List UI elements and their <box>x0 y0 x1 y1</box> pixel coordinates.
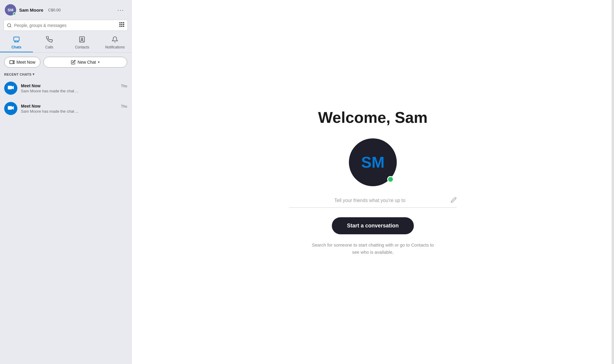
svg-line-1 <box>10 26 11 27</box>
user-avatar-large: SM <box>349 138 397 186</box>
svg-marker-19 <box>12 106 14 110</box>
svg-rect-3 <box>121 22 122 23</box>
tab-calls[interactable]: Calls <box>33 33 66 52</box>
start-conversation-label: Start a conversation <box>347 223 399 229</box>
edit-status-button[interactable] <box>451 197 457 204</box>
avatar: SM <box>5 4 16 16</box>
svg-marker-17 <box>12 86 14 89</box>
video-camera-icon <box>7 85 14 92</box>
svg-rect-7 <box>123 24 124 25</box>
svg-rect-6 <box>121 24 122 25</box>
chevron-down-icon: ▾ <box>98 60 100 64</box>
chat-avatar-1 <box>4 102 17 115</box>
svg-rect-10 <box>123 26 124 27</box>
tab-chats[interactable]: Chats <box>0 33 33 52</box>
chat-name-1: Meet Now <box>21 104 40 108</box>
avatar-initials: SM <box>361 153 384 171</box>
grid-menu-button[interactable] <box>119 22 124 29</box>
svg-rect-11 <box>14 37 19 41</box>
start-conversation-button[interactable]: Start a conversation <box>332 217 414 234</box>
search-bar <box>4 20 128 31</box>
tab-notifications-label: Notifications <box>105 45 124 49</box>
meet-now-button[interactable]: Meet Now <box>4 57 40 68</box>
scrollbar[interactable] <box>612 0 614 364</box>
chevron-down-icon: ▾ <box>33 72 35 76</box>
svg-rect-2 <box>119 22 121 23</box>
svg-rect-16 <box>8 86 12 89</box>
chat-time-0: Thu <box>121 84 127 88</box>
search-input[interactable] <box>14 23 117 28</box>
chat-info-0: Meet Now Thu Sam Moore has made the chat… <box>21 83 127 93</box>
tab-notifications[interactable]: Notifications <box>98 33 131 52</box>
new-chat-label: New Chat <box>77 60 96 65</box>
tab-chats-label: Chats <box>11 45 21 49</box>
svg-rect-18 <box>8 106 12 110</box>
chat-info-1: Meet Now Thu Sam Moore has made the chat… <box>21 104 127 114</box>
more-options-button[interactable]: ··· <box>115 5 127 15</box>
tab-contacts[interactable]: Contacts <box>66 33 99 52</box>
tab-contacts-label: Contacts <box>75 45 89 49</box>
svg-point-13 <box>81 38 83 40</box>
chat-preview-1: Sam Moore has made the chat ... <box>21 109 127 114</box>
recent-chats-label[interactable]: RECENT CHATS ▾ <box>0 71 131 78</box>
chat-list: Meet Now Thu Sam Moore has made the chat… <box>0 78 131 119</box>
tab-calls-label: Calls <box>45 45 53 49</box>
svg-rect-5 <box>119 24 121 25</box>
chat-item-0[interactable]: Meet Now Thu Sam Moore has made the chat… <box>0 78 131 98</box>
svg-marker-15 <box>13 61 14 64</box>
nav-tabs: Chats Calls Contacts <box>0 33 131 53</box>
svg-rect-8 <box>119 26 121 27</box>
chat-preview-0: Sam Moore has made the chat ... <box>21 89 127 93</box>
sidebar: SM Sam Moore C$0.00 ··· <box>0 0 132 364</box>
pencil-icon <box>451 197 457 203</box>
meet-now-label: Meet Now <box>16 60 35 65</box>
online-indicator <box>13 12 16 15</box>
sidebar-header: SM Sam Moore C$0.00 ··· <box>0 0 131 19</box>
calls-icon <box>46 36 53 44</box>
user-balance: C$0.00 <box>48 8 61 12</box>
main-panel: Welcome, Sam SM Tell your friends what y… <box>132 0 614 364</box>
chat-avatar-0 <box>4 82 17 95</box>
chat-item-1[interactable]: Meet Now Thu Sam Moore has made the chat… <box>0 98 131 119</box>
new-chat-button[interactable]: New Chat ▾ <box>43 57 127 68</box>
video-camera-icon <box>7 105 14 112</box>
svg-rect-9 <box>121 26 122 27</box>
user-name: Sam Moore <box>19 7 43 13</box>
chat-time-1: Thu <box>121 104 127 108</box>
svg-rect-14 <box>10 61 13 64</box>
status-placeholder: Tell your friends what you're up to <box>289 198 451 203</box>
status-row: Tell your friends what you're up to <box>289 197 457 208</box>
chat-name-0: Meet Now <box>21 83 40 88</box>
chats-icon <box>13 36 20 44</box>
user-info: SM Sam Moore C$0.00 <box>5 4 61 16</box>
edit-icon <box>71 60 76 65</box>
notifications-icon <box>112 36 118 44</box>
svg-point-0 <box>7 24 11 27</box>
welcome-title: Welcome, Sam <box>318 108 428 126</box>
search-hint: Search for someone to start chatting wit… <box>310 241 436 256</box>
action-buttons: Meet Now New Chat ▾ <box>0 53 131 71</box>
search-icon <box>7 23 12 28</box>
video-icon <box>9 59 15 65</box>
online-indicator-large <box>387 176 394 183</box>
contacts-icon <box>79 36 85 44</box>
grid-icon <box>119 22 124 27</box>
svg-rect-4 <box>123 22 124 23</box>
